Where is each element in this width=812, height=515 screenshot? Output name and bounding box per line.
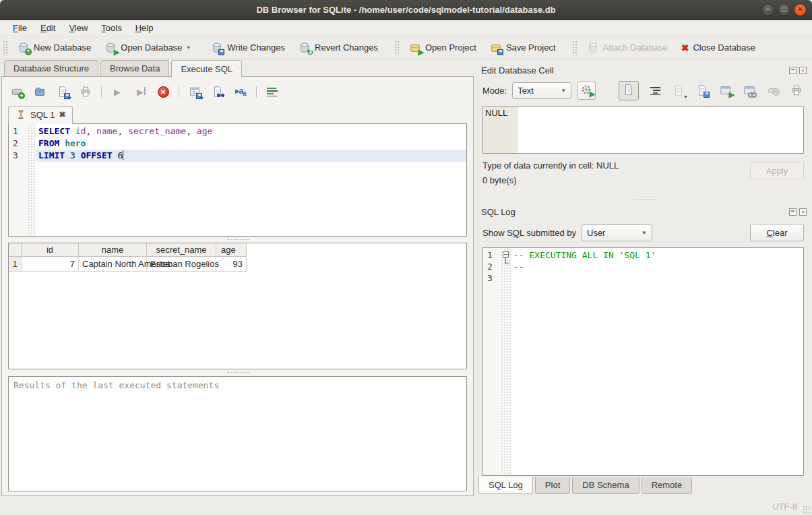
open-database-dropdown-icon[interactable]: ▼ bbox=[186, 45, 191, 50]
print-cell-button[interactable] bbox=[789, 83, 804, 98]
open-url-button[interactable] bbox=[742, 83, 757, 98]
menu-view[interactable]: View bbox=[63, 21, 94, 35]
results-message-splitter[interactable] bbox=[8, 369, 467, 375]
menu-edit[interactable]: Edit bbox=[34, 21, 61, 35]
column-header-age[interactable]: age bbox=[216, 243, 247, 257]
log-line: -- bbox=[511, 261, 803, 272]
set-null-button[interactable] bbox=[766, 83, 780, 98]
left-pane: Database Structure Browse Data Execute S… bbox=[0, 59, 476, 497]
sql-source-select[interactable]: User ▼ bbox=[582, 224, 652, 241]
import-cell-data-button[interactable]: ▼ bbox=[671, 83, 686, 98]
cell-age[interactable]: 93 bbox=[216, 257, 247, 272]
auto-apply-button[interactable]: ▶ bbox=[577, 82, 596, 100]
cell-value: NULL bbox=[485, 108, 507, 118]
export-results-button[interactable]: ▼ bbox=[187, 84, 202, 99]
column-header-secret-name[interactable]: secret_name bbox=[147, 243, 216, 257]
edit-cell-title: Edit Database Cell bbox=[481, 65, 786, 75]
attach-database-icon bbox=[587, 42, 599, 54]
dock-close-icon[interactable]: × bbox=[799, 67, 807, 74]
dock-tab-bar: SQL Log Plot DB Schema Remote bbox=[476, 477, 812, 497]
tab-browse-data[interactable]: Browse Data bbox=[100, 60, 169, 77]
resize-grip[interactable] bbox=[803, 506, 811, 514]
fold-margin bbox=[28, 124, 36, 236]
text-mode-toggle[interactable] bbox=[619, 81, 639, 100]
execute-all-button[interactable]: ▶ bbox=[110, 84, 125, 99]
new-database-button[interactable]: + New Database bbox=[12, 39, 96, 57]
word-wrap-button[interactable] bbox=[265, 84, 280, 99]
show-sql-label: Show SQL submitted by bbox=[482, 228, 576, 238]
execution-status-box: Results of the last executed statements bbox=[8, 376, 467, 491]
code-area[interactable]: SELECT id, name, secret_name, age FROM h… bbox=[36, 124, 466, 236]
hourglass-icon bbox=[15, 109, 26, 120]
toolbar-drag-handle[interactable] bbox=[394, 40, 400, 55]
save-project-button[interactable]: Save Project bbox=[485, 39, 561, 57]
sql-code-editor[interactable]: 1 2 3 SELECT id, name, secret_name, age … bbox=[8, 123, 467, 237]
tab-sql-log[interactable]: SQL Log bbox=[478, 477, 533, 494]
menu-tools[interactable]: Tools bbox=[95, 21, 127, 35]
print-sql-button[interactable] bbox=[78, 84, 93, 99]
open-sql-file-button[interactable] bbox=[32, 84, 47, 99]
export-cell-data-button[interactable] bbox=[695, 83, 710, 98]
log-content: -- EXECUTING ALL IN 'SQL 1' -- bbox=[511, 248, 803, 475]
sql-log-dock-header: SQL Log × bbox=[476, 204, 812, 220]
column-header-name[interactable]: name bbox=[79, 243, 147, 257]
table-row[interactable]: 1 7 Captain North America Esteban Rogeli… bbox=[9, 257, 466, 272]
cell-secret-name[interactable]: Esteban Rogelios bbox=[147, 257, 216, 272]
tab-database-structure[interactable]: Database Structure bbox=[4, 60, 98, 77]
encoding-indicator: UTF-8 bbox=[772, 502, 797, 512]
write-changes-button[interactable]: Write Changes bbox=[206, 39, 290, 57]
tab-execute-sql[interactable]: Execute SQL bbox=[171, 60, 242, 78]
open-database-button[interactable]: ▶ Open Database ▼ bbox=[99, 39, 196, 57]
chevron-down-icon: ▼ bbox=[642, 230, 647, 236]
mode-select[interactable]: Text ▼ bbox=[512, 82, 571, 99]
log-line-number-gutter: 1 2 3 bbox=[483, 248, 501, 475]
results-grid[interactable]: id name secret_name age 1 7 Captain Nort… bbox=[8, 243, 467, 369]
sql-file-tab-bar: SQL 1 ✖ bbox=[8, 104, 467, 123]
save-sql-file-button[interactable]: ▼ bbox=[55, 84, 70, 99]
toolbar-drag-handle[interactable] bbox=[572, 40, 577, 55]
clear-log-button[interactable]: Clear bbox=[750, 224, 804, 241]
close-button[interactable]: × bbox=[794, 3, 807, 16]
word-wrap-toggle[interactable] bbox=[648, 83, 662, 98]
execute-current-line-button[interactable]: ▶ bbox=[133, 84, 148, 99]
cell-name[interactable]: Captain North America bbox=[79, 257, 147, 272]
close-database-button[interactable]: ✖ Close Database bbox=[676, 40, 761, 56]
code-line-1: SELECT id, name, secret_name, age bbox=[36, 125, 466, 138]
minimize-button[interactable]: − bbox=[761, 3, 774, 16]
window-controls: − □ × bbox=[761, 3, 807, 16]
cell-id[interactable]: 7 bbox=[22, 257, 79, 272]
column-header-id[interactable]: id bbox=[22, 243, 79, 257]
find-in-sql-button[interactable] bbox=[210, 84, 225, 99]
dock-float-icon[interactable] bbox=[789, 208, 797, 216]
attach-database-button[interactable]: Attach Database bbox=[582, 39, 673, 57]
cell-value-editor[interactable]: NULL bbox=[482, 107, 804, 154]
toolbar-drag-handle[interactable] bbox=[3, 40, 8, 55]
open-in-external-app-button[interactable]: ▶ bbox=[718, 83, 733, 98]
tab-plot[interactable]: Plot bbox=[535, 477, 570, 494]
title-bar[interactable]: DB Browser for SQLite - /home/user/code/… bbox=[0, 0, 812, 20]
tab-db-schema[interactable]: DB Schema bbox=[572, 477, 639, 494]
mode-label: Mode: bbox=[482, 86, 507, 96]
close-sql-tab-icon[interactable]: ✖ bbox=[59, 110, 65, 119]
sql-log-view[interactable]: 1 2 3 -- EXECUTING ALL IN 'SQL 1' -- bbox=[482, 247, 804, 476]
open-database-icon: ▶ bbox=[104, 42, 117, 54]
dock-splitter[interactable] bbox=[476, 195, 812, 204]
stop-execution-button[interactable]: ✕ bbox=[156, 84, 170, 99]
apply-button[interactable]: Apply bbox=[750, 162, 804, 179]
new-sql-tab-button[interactable]: + bbox=[9, 84, 24, 99]
format-sql-button[interactable]: ▸aa bbox=[233, 84, 248, 99]
execute-sql-panel: + ▼ ▶ ▶ ✕ ▼ bbox=[1, 76, 474, 496]
editor-results-splitter[interactable] bbox=[8, 237, 467, 243]
close-database-icon: ✖ bbox=[681, 42, 689, 53]
fold-collapse-icon[interactable] bbox=[503, 251, 509, 258]
open-project-button[interactable]: ▶ Open Project bbox=[404, 39, 482, 57]
sql-file-tab[interactable]: SQL 1 ✖ bbox=[8, 106, 73, 124]
dock-close-icon[interactable]: × bbox=[799, 208, 807, 216]
save-project-icon bbox=[490, 42, 502, 54]
menu-help[interactable]: Help bbox=[129, 21, 160, 35]
menu-file[interactable]: File bbox=[7, 21, 33, 35]
maximize-button[interactable]: □ bbox=[778, 3, 790, 16]
tab-remote[interactable]: Remote bbox=[642, 477, 693, 494]
dock-float-icon[interactable] bbox=[789, 67, 797, 74]
revert-changes-button[interactable]: ↻ Revert Changes bbox=[293, 39, 383, 57]
